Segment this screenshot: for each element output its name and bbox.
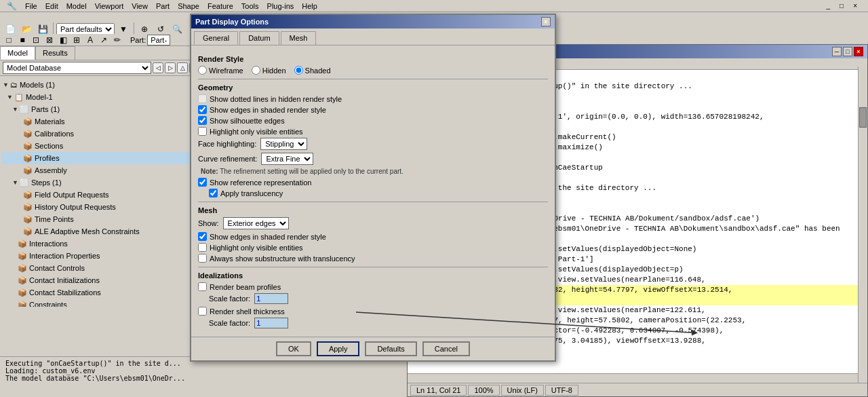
tab-results[interactable]: Results: [35, 46, 75, 60]
chk-ref-rep-input[interactable]: [198, 178, 207, 187]
tree-steps[interactable]: ▼ ⬜ Steps (1): [1, 176, 201, 189]
db-nav-up[interactable]: △: [177, 62, 188, 73]
menu-help[interactable]: Help: [298, 2, 321, 10]
tree-models[interactable]: ▼ 🗂 Models (1): [1, 79, 201, 91]
radio-wireframe-input[interactable]: [198, 66, 207, 75]
dialog-tab-datum[interactable]: Datum: [239, 31, 279, 45]
menu-shape[interactable]: Shape: [174, 2, 203, 10]
menu-file[interactable]: File: [21, 2, 41, 10]
chk-translucency-input[interactable]: [209, 189, 218, 197]
restore-icon[interactable]: □: [835, 2, 848, 10]
part-defaults-dropdown[interactable]: Part defaults: [56, 23, 115, 35]
model-results-tabs: Model Results: [0, 46, 203, 60]
view-btn-9[interactable]: ✏: [111, 35, 123, 45]
chk-silhouette: Show silhouette edges: [198, 116, 548, 125]
tree-interactions[interactable]: 📦 Interactions: [1, 238, 201, 250]
model-tree: ▼ 🗂 Models (1) ▼ 📋 Model-1 ▼ ⬜ Parts (1)…: [0, 76, 203, 307]
notepad-line-ending: Unix (LF): [501, 385, 544, 396]
tree-contact-controls[interactable]: 📦 Contact Controls: [1, 262, 201, 274]
chk-translucency-label: Apply translucency: [220, 189, 283, 197]
radio-shaded[interactable]: Shaded: [294, 66, 331, 75]
tree-materials[interactable]: 📦 Materials: [1, 115, 201, 128]
menu-feature[interactable]: Feature: [203, 2, 237, 10]
render-style-group: Wireframe Hidden Shaded: [198, 66, 548, 75]
divider-1: [198, 79, 548, 79]
tree-model1[interactable]: ▼ 📋 Model-1: [1, 91, 201, 103]
menu-viewport[interactable]: Viewport: [91, 2, 128, 10]
radio-wireframe[interactable]: Wireframe: [198, 66, 243, 75]
view-btn-3[interactable]: ⊡: [30, 35, 42, 45]
dialog-title: Part Display Options: [195, 18, 269, 26]
radio-shaded-input[interactable]: [294, 66, 303, 75]
face-highlighting-select[interactable]: Stippling Color Both None: [260, 138, 307, 150]
view-btn-2[interactable]: ■: [16, 35, 28, 45]
db-nav-fwd[interactable]: ▷: [165, 62, 176, 73]
scale-shell-input[interactable]: [254, 318, 288, 328]
dialog-tab-mesh[interactable]: Mesh: [281, 31, 317, 45]
tab-model[interactable]: Model: [0, 46, 35, 60]
notepad-hscrollbar[interactable]: [408, 373, 858, 383]
view-btn-5[interactable]: ◧: [57, 35, 69, 45]
chk-highlight-visible-input[interactable]: [198, 127, 207, 136]
chk-mesh-edges: Show edges in shaded render style: [198, 232, 548, 241]
radio-hidden[interactable]: Hidden: [252, 66, 286, 75]
notepad-minimize-btn[interactable]: ─: [832, 47, 842, 56]
tree-ale[interactable]: 📦 ALE Adaptive Mesh Constraints: [1, 225, 201, 238]
notepad-zoom: 100%: [468, 385, 499, 396]
menu-plugins[interactable]: Plug-ins: [263, 2, 298, 10]
part-value: Part-: [147, 35, 170, 45]
apply-button[interactable]: Apply: [317, 341, 360, 356]
note-text: Note: The refinement setting will be app…: [198, 168, 548, 175]
view-btn-8[interactable]: ↗: [98, 35, 110, 45]
notepad-scrollbar-thumb[interactable]: [859, 107, 867, 128]
menu-view[interactable]: View: [127, 2, 152, 10]
dialog-close-btn[interactable]: ×: [541, 17, 551, 26]
notepad-restore-btn[interactable]: □: [843, 47, 852, 56]
view-btn-6[interactable]: ⊞: [71, 35, 83, 45]
tree-profiles[interactable]: 📦 Profiles: [1, 152, 201, 164]
tree-constraints[interactable]: 📦 Constraints: [1, 299, 201, 307]
notepad-scrollbar[interactable]: [858, 67, 867, 383]
chk-mesh-visible-input[interactable]: [198, 243, 207, 252]
tree-field-output[interactable]: 📦 Field Output Requests: [1, 189, 201, 201]
curve-refinement-select[interactable]: Coarse Medium Fine Extra Fine: [261, 153, 313, 165]
chk-edges-shaded-input[interactable]: [198, 105, 207, 114]
db-nav-back[interactable]: ◁: [153, 62, 163, 73]
chk-shell-thickness: Render shell thickness: [198, 307, 548, 316]
chk-beam-profiles-input[interactable]: [198, 282, 207, 291]
mesh-show-select[interactable]: Exterior edges All edges None: [223, 217, 289, 229]
menu-model[interactable]: Model: [62, 2, 91, 10]
menu-part[interactable]: Part: [152, 2, 174, 10]
scale-beam-input[interactable]: [254, 293, 288, 304]
chk-substructure-input[interactable]: [198, 254, 207, 263]
minimize-icon[interactable]: _: [823, 2, 835, 10]
tree-assembly[interactable]: 📦 Assembly: [1, 164, 201, 176]
notepad-close-btn[interactable]: ×: [854, 47, 863, 56]
ok-button[interactable]: OK: [276, 341, 311, 356]
dialog-tab-general[interactable]: General: [194, 31, 238, 45]
chk-silhouette-input[interactable]: [198, 116, 207, 125]
menu-edit[interactable]: Edit: [41, 2, 62, 10]
view-btn-1[interactable]: □: [3, 35, 15, 45]
tree-time-points[interactable]: 📦 Time Points: [1, 213, 201, 225]
view-btn-7[interactable]: A: [84, 35, 96, 45]
menu-bar: 🔧 File Edit Model Viewport View Part Sha…: [0, 0, 868, 12]
chk-shell-thickness-input[interactable]: [198, 307, 207, 316]
radio-hidden-input[interactable]: [252, 66, 260, 75]
tree-calibrations[interactable]: 📦 Calibrations: [1, 128, 201, 140]
tree-parts[interactable]: ▼ ⬜ Parts (1): [1, 103, 201, 115]
tree-interaction-props[interactable]: 📦 Interaction Properties: [1, 250, 201, 262]
db-dropdown[interactable]: Model Database: [3, 62, 151, 74]
tree-history-output[interactable]: 📦 History Output Requests: [1, 201, 201, 213]
chk-mesh-edges-input[interactable]: [198, 232, 207, 241]
view-btn-4[interactable]: ⊠: [43, 35, 56, 45]
tree-contact-stab[interactable]: 📦 Contact Stabilizations: [1, 286, 201, 299]
menu-tools[interactable]: Tools: [237, 2, 263, 10]
tree-contact-init[interactable]: 📦 Contact Initializations: [1, 274, 201, 286]
defaults-button[interactable]: Defaults: [365, 341, 416, 356]
tree-sections[interactable]: 📦 Sections: [1, 140, 201, 152]
close-icon[interactable]: ×: [849, 2, 861, 10]
cancel-button[interactable]: Cancel: [422, 341, 470, 356]
curve-refinement-label: Curve refinement:: [198, 155, 257, 163]
chk-dotted-lines-input[interactable]: [198, 94, 207, 103]
